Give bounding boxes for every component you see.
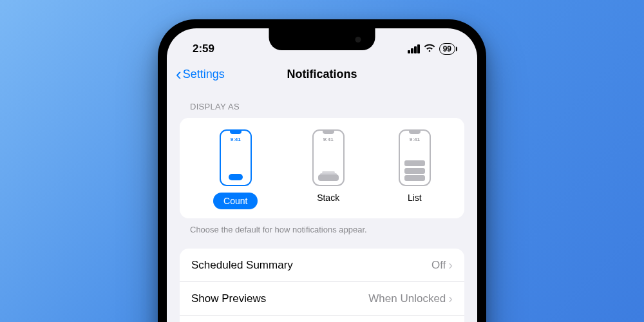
row-screen-sharing[interactable]: Screen Sharing Notifications Off ›: [180, 316, 464, 322]
battery-level: 99: [443, 44, 451, 53]
stack-preview-icon: 9:41: [312, 129, 345, 186]
display-as-options: 9:41 Count 9:41 Stack: [180, 118, 464, 218]
cellular-signal-icon: [408, 44, 420, 53]
back-button[interactable]: ‹ Settings: [176, 66, 225, 82]
phone-frame: 2:59 99 ‹ Settings Notifications DISPLAY…: [158, 19, 486, 322]
navigation-bar: ‹ Settings Notifications: [167, 59, 477, 91]
count-preview-icon: 9:41: [220, 129, 252, 186]
chevron-left-icon: ‹: [176, 66, 182, 82]
row-label: Show Previews: [191, 292, 266, 305]
display-as-footer: Choose the default for how notifications…: [167, 218, 477, 246]
display-option-stack[interactable]: 9:41 Stack: [312, 129, 345, 209]
list-preview-icon: 9:41: [399, 129, 431, 186]
count-label: Count: [213, 193, 258, 209]
wifi-icon: [424, 43, 435, 55]
row-value: Off ›: [431, 258, 453, 272]
settings-list: Scheduled Summary Off › Show Previews Wh…: [180, 249, 464, 322]
back-label: Settings: [183, 68, 225, 81]
display-option-count[interactable]: 9:41 Count: [213, 129, 258, 209]
chevron-right-icon: ›: [448, 258, 453, 272]
front-camera: [355, 37, 361, 43]
row-label: Scheduled Summary: [191, 259, 293, 272]
chevron-right-icon: ›: [448, 291, 453, 306]
row-show-previews[interactable]: Show Previews When Unlocked ›: [180, 282, 464, 316]
page-title: Notifications: [287, 68, 357, 81]
notch: [269, 28, 375, 50]
display-as-header: DISPLAY AS: [167, 91, 477, 115]
display-as-card: 9:41 Count 9:41 Stack: [180, 118, 464, 218]
phone-screen: 2:59 99 ‹ Settings Notifications DISPLAY…: [167, 28, 477, 322]
display-option-list[interactable]: 9:41 List: [399, 129, 431, 209]
row-scheduled-summary[interactable]: Scheduled Summary Off ›: [180, 249, 464, 282]
battery-indicator: 99: [439, 43, 455, 55]
status-time: 2:59: [193, 43, 214, 55]
status-right: 99: [408, 43, 455, 55]
list-label: List: [408, 193, 422, 203]
stack-label: Stack: [317, 193, 339, 203]
row-value: When Unlocked ›: [368, 291, 453, 306]
